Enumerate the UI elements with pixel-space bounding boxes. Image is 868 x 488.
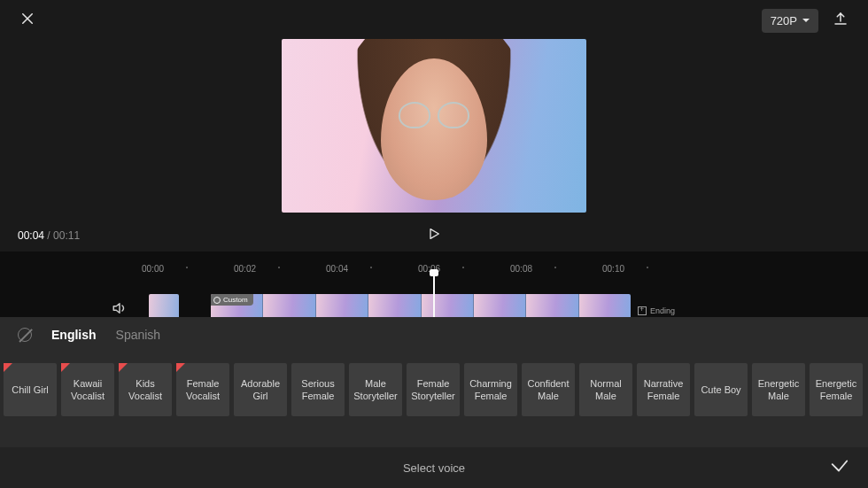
voice-card-label: Confident Male xyxy=(524,377,572,403)
custom-badge: Custom xyxy=(211,294,253,306)
voice-card[interactable]: Energetic Male xyxy=(752,363,805,416)
voice-card-label: Normal Male xyxy=(582,377,630,403)
voice-card-label: Energetic Male xyxy=(755,377,802,403)
ruler-tick: 00:04 xyxy=(326,264,418,274)
top-bar: 720P xyxy=(0,0,868,39)
voice-card-label: Cute Boy xyxy=(701,383,740,396)
voice-card[interactable]: Chill Girl xyxy=(4,363,57,416)
voice-panel: English Spanish Chill GirlKawaii Vocalis… xyxy=(0,317,868,488)
ruler-tick: 00:08 xyxy=(510,264,602,274)
voice-card[interactable]: Kawaii Vocalist xyxy=(61,363,114,416)
voice-card[interactable]: Adorable Girl xyxy=(234,363,287,416)
voice-card-label: Female Vocalist xyxy=(179,377,227,403)
chevron-down-icon xyxy=(802,19,810,22)
preview-area xyxy=(0,39,868,213)
voice-card-label: Male Storyteller xyxy=(352,377,399,403)
select-voice-label: Select voice xyxy=(403,461,465,475)
playback-bar: 00:04 / 00:11 xyxy=(0,220,868,252)
voice-card-label: Kids Vocalist xyxy=(121,377,169,403)
voice-bottom-bar: Select voice xyxy=(0,447,868,488)
voice-card[interactable]: Kids Vocalist xyxy=(119,363,172,416)
voice-card-label: Female Storyteller xyxy=(409,377,457,403)
none-icon[interactable] xyxy=(18,328,32,342)
total-time: 00:11 xyxy=(53,229,80,242)
voice-card-label: Narrative Female xyxy=(639,377,687,403)
voice-card-list: Chill GirlKawaii VocalistKids VocalistFe… xyxy=(0,347,868,416)
language-tabs: English Spanish xyxy=(0,317,868,347)
tab-english[interactable]: English xyxy=(51,328,97,342)
voice-card-label: Serious Female xyxy=(294,377,342,403)
export-icon[interactable] xyxy=(833,11,849,30)
close-icon[interactable] xyxy=(19,11,35,30)
time-separator: / xyxy=(44,229,53,242)
svg-marker-5 xyxy=(113,304,120,314)
voice-card-label: Energetic Female xyxy=(812,377,860,403)
voice-card[interactable]: Energetic Female xyxy=(810,363,863,416)
voice-card[interactable]: Female Vocalist xyxy=(176,363,229,416)
ruler-tick: 00:10 xyxy=(602,264,694,274)
voice-card-label: Adorable Girl xyxy=(236,377,284,403)
ending-label: Ending xyxy=(650,306,675,315)
play-button[interactable] xyxy=(427,227,441,244)
voice-card[interactable]: Female Storyteller xyxy=(407,363,460,416)
voice-card[interactable]: Male Storyteller xyxy=(349,363,402,416)
voice-card[interactable]: Confident Male xyxy=(522,363,575,416)
video-preview[interactable] xyxy=(282,39,586,213)
voice-card-label: Chill Girl xyxy=(12,383,49,396)
voice-card[interactable]: Cute Boy xyxy=(694,363,748,416)
voice-card[interactable]: Narrative Female xyxy=(637,363,690,416)
voice-card[interactable]: Serious Female xyxy=(291,363,345,416)
svg-marker-4 xyxy=(430,229,438,239)
add-ending-icon xyxy=(638,306,647,315)
voice-card[interactable]: Normal Male xyxy=(579,363,632,416)
playback-time: 00:04 / 00:11 xyxy=(18,229,80,242)
voice-card[interactable]: Charming Female xyxy=(464,363,517,416)
top-right-controls: 720P xyxy=(762,9,849,33)
quality-selector[interactable]: 720P xyxy=(762,9,818,33)
voice-card-label: Charming Female xyxy=(467,377,515,403)
add-ending-button[interactable]: Ending xyxy=(638,306,675,315)
confirm-check-icon[interactable] xyxy=(829,456,849,479)
current-time: 00:04 xyxy=(18,229,44,242)
ruler-tick: 00:02 xyxy=(234,264,326,274)
ruler-tick: 00:00 xyxy=(142,264,234,274)
voice-card-label: Kawaii Vocalist xyxy=(64,377,112,403)
quality-label: 720P xyxy=(771,14,797,27)
tab-spanish[interactable]: Spanish xyxy=(116,328,161,342)
